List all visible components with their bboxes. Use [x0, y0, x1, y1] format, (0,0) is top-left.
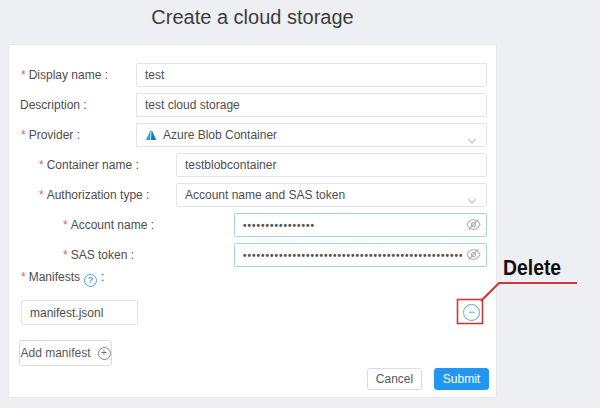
authorization-type-select[interactable]: Account name and SAS token	[176, 183, 487, 207]
cloud-storage-form: *Display name : Description : *Provider …	[8, 44, 497, 398]
required-marker: *	[63, 218, 68, 232]
sas-token-label: *SAS token :	[63, 243, 134, 267]
container-name-input[interactable]	[176, 153, 487, 177]
account-name-label: *Account name :	[63, 213, 154, 237]
minus-circle-icon: −	[468, 305, 475, 319]
display-name-label: *Display name :	[21, 63, 108, 87]
required-marker: *	[39, 158, 44, 172]
page-title: Create a cloud storage	[8, 6, 497, 29]
manifests-colon: :	[101, 270, 104, 284]
display-name-input[interactable]	[136, 63, 487, 87]
azure-icon	[145, 129, 157, 141]
provider-label: *Provider :	[21, 123, 80, 147]
required-marker: *	[21, 68, 26, 82]
plus-circle-icon: +	[98, 347, 111, 360]
required-marker: *	[63, 248, 68, 262]
sas-token-input[interactable]	[234, 243, 487, 267]
container-name-label: *Container name :	[39, 153, 139, 177]
manifests-label: *Manifests?:	[21, 267, 104, 287]
required-marker: *	[39, 188, 44, 202]
description-label: Description :	[20, 93, 87, 117]
create-cloud-storage-page: Create a cloud storage *Display name : D…	[0, 0, 600, 408]
required-marker: *	[21, 128, 26, 142]
description-input[interactable]	[136, 93, 487, 117]
help-icon[interactable]: ?	[84, 274, 97, 287]
manifest-filename-input[interactable]	[21, 300, 138, 325]
eye-invisible-icon[interactable]	[466, 247, 481, 262]
submit-button[interactable]: Submit	[434, 368, 489, 390]
required-marker: *	[21, 270, 26, 284]
authorization-type-selected-value: Account name and SAS token	[185, 188, 345, 202]
add-manifest-button[interactable]: Add manifest +	[19, 340, 112, 366]
provider-selected-value: Azure Blob Container	[163, 128, 277, 142]
delete-manifest-button[interactable]: −	[463, 304, 480, 321]
provider-select[interactable]: Azure Blob Container	[136, 123, 487, 147]
account-name-input[interactable]	[234, 213, 487, 237]
chevron-down-icon	[467, 133, 477, 147]
cancel-button[interactable]: Cancel	[367, 368, 422, 390]
chevron-down-icon	[467, 193, 477, 207]
eye-invisible-icon[interactable]	[466, 217, 481, 232]
delete-annotation-label: Delete	[503, 255, 561, 281]
authorization-type-label: *Authorization type :	[39, 183, 149, 207]
